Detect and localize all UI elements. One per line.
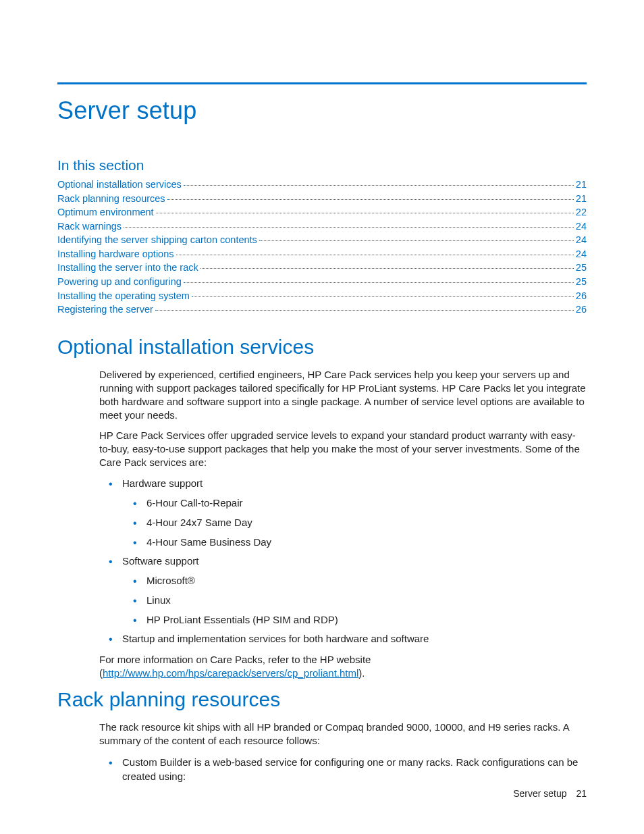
body-paragraph: For more information on Care Packs, refe… [99, 653, 587, 680]
list-item: 4-Hour Same Business Day [146, 535, 587, 550]
toc-page: 25 [576, 261, 587, 275]
toc-page: 25 [576, 275, 587, 289]
list-item: 4-Hour 24x7 Same Day [146, 515, 587, 530]
toc-page: 24 [576, 219, 587, 234]
list-item: Software support Microsoft® Linux HP Pro… [122, 554, 587, 627]
toc-page: 24 [576, 233, 587, 247]
rack-planning-heading: Rack planning resources [57, 688, 587, 711]
toc-dots [124, 227, 574, 228]
toc-title: Identifying the server shipping carton c… [57, 233, 257, 247]
list-item-label: Software support [122, 555, 198, 567]
toc: Optional installation services 21Rack pl… [57, 178, 587, 317]
toc-dots [176, 255, 574, 255]
toc-row[interactable]: Rack warnings 24 [57, 219, 587, 234]
toc-dots [200, 268, 574, 269]
toc-title: Installing the server into the rack [57, 261, 198, 275]
body-paragraph: Delivered by experienced, certified engi… [99, 368, 587, 422]
list-item: Startup and implementation services for … [122, 631, 587, 646]
toc-page: 22 [576, 205, 587, 219]
toc-title: Rack planning resources [57, 192, 165, 206]
toc-row[interactable]: Installing hardware options 24 [57, 247, 587, 261]
toc-dots [167, 199, 574, 200]
toc-row[interactable]: Installing the operating system 26 [57, 289, 587, 303]
toc-dots [184, 185, 574, 186]
list-item: 6-Hour Call-to-Repair [146, 496, 587, 511]
list-item: Hardware support 6-Hour Call-to-Repair 4… [122, 476, 587, 549]
toc-title: Rack warnings [57, 219, 122, 234]
toc-page: 26 [576, 289, 587, 303]
toc-row[interactable]: Powering up and configuring 25 [57, 275, 587, 289]
toc-dots [259, 240, 574, 241]
in-this-section-heading: In this section [57, 157, 587, 174]
body-paragraph: HP Care Pack Services offer upgraded ser… [99, 429, 587, 469]
care-pack-link[interactable]: http://www.hp.com/hps/carepack/servers/c… [103, 667, 358, 679]
toc-row[interactable]: Rack planning resources 21 [57, 192, 587, 206]
list-item: Linux [146, 593, 587, 608]
page-title: Server setup [57, 97, 587, 125]
body-paragraph: The rack resource kit ships with all HP … [99, 721, 587, 748]
toc-row[interactable]: Identifying the server shipping carton c… [57, 233, 587, 247]
toc-dots [155, 310, 574, 311]
toc-dots [156, 213, 574, 213]
list-item: Microsoft® [146, 573, 587, 588]
toc-page: 21 [576, 178, 587, 192]
list-item: HP ProLiant Essentials (HP SIM and RDP) [146, 613, 587, 627]
toc-row[interactable]: Optimum environment 22 [57, 205, 587, 219]
toc-page: 26 [576, 303, 587, 317]
toc-title: Optimum environment [57, 205, 154, 219]
toc-row[interactable]: Optional installation services 21 [57, 178, 587, 192]
text-fragment: ). [358, 667, 365, 679]
optional-installation-heading: Optional installation services [57, 336, 587, 359]
footer-page-number: 21 [576, 788, 587, 799]
toc-dots [192, 296, 574, 297]
toc-title: Installing hardware options [57, 247, 174, 261]
toc-dots [184, 282, 574, 283]
list-item: Custom Builder is a web-based service fo… [122, 755, 587, 785]
toc-title: Installing the operating system [57, 289, 190, 303]
toc-title: Powering up and configuring [57, 275, 182, 289]
list-item-label: Hardware support [122, 477, 203, 489]
toc-page: 24 [576, 247, 587, 261]
toc-row[interactable]: Registering the server 26 [57, 303, 587, 317]
toc-title: Optional installation services [57, 178, 182, 192]
footer-section: Server setup [513, 788, 566, 799]
top-rule [57, 82, 587, 84]
page-footer: Server setup 21 [513, 788, 587, 799]
toc-page: 21 [576, 192, 587, 206]
toc-row[interactable]: Installing the server into the rack 25 [57, 261, 587, 275]
toc-title: Registering the server [57, 303, 153, 317]
